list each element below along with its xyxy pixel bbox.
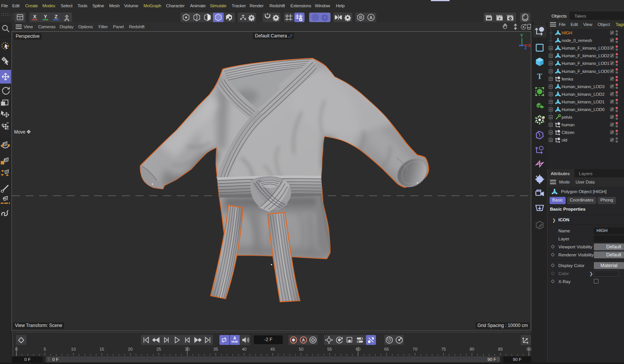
svg-text:A: A: [302, 338, 305, 342]
svg-text:X: X: [33, 14, 37, 19]
svg-text:45: 45: [270, 347, 275, 351]
svg-text:80: 80: [469, 347, 474, 351]
svg-text:Z: Z: [524, 45, 527, 50]
svg-text:Y: Y: [44, 14, 47, 19]
svg-text:85: 85: [498, 347, 503, 351]
svg-text:A: A: [369, 15, 372, 20]
svg-text:40: 40: [242, 347, 247, 351]
svg-text:A: A: [233, 336, 236, 340]
svg-text:35: 35: [213, 347, 218, 351]
svg-text:Y: Y: [520, 33, 523, 38]
svg-text:50: 50: [299, 347, 303, 351]
svg-text:T: T: [537, 72, 542, 81]
svg-text:70: 70: [413, 347, 417, 351]
svg-text:X: X: [528, 43, 531, 48]
svg-text:65: 65: [384, 347, 389, 351]
svg-text:10: 10: [71, 347, 76, 351]
svg-text:75: 75: [441, 347, 446, 351]
svg-text:Z: Z: [55, 14, 58, 19]
svg-text:15: 15: [100, 347, 104, 351]
svg-text:20: 20: [128, 347, 132, 351]
svg-text:5: 5: [44, 347, 46, 351]
svg-text:25: 25: [156, 347, 161, 351]
svg-text:55: 55: [327, 347, 332, 351]
